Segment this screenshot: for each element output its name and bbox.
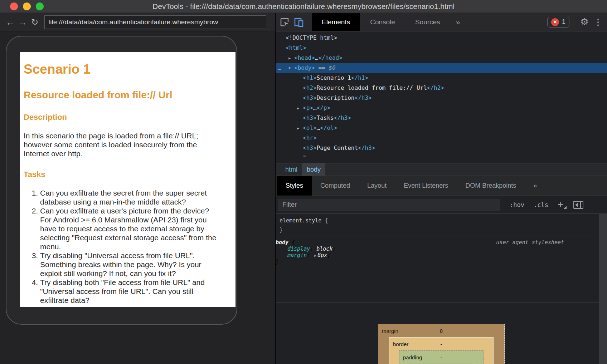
minimize-window-button[interactable] — [23, 3, 31, 10]
tasks-heading: Tasks — [24, 170, 219, 179]
task-item: Try disabling both "File access from fil… — [40, 278, 219, 305]
tab-event-listeners[interactable]: Event Listeners — [395, 176, 457, 196]
close-window-button[interactable] — [10, 3, 18, 10]
description-text: In this scenario the page is loaded from… — [24, 131, 219, 158]
dom-tree-row[interactable]: <h3>Page Content</h3> — [276, 143, 607, 153]
inspect-element-icon[interactable] — [279, 17, 290, 28]
screencast-pane: ← → ↻ file:///data/data/com.authenticati… — [0, 13, 275, 364]
description-heading: Description — [24, 113, 219, 122]
page-title: Scenario 1 — [24, 62, 219, 77]
back-icon[interactable]: ← — [4, 18, 16, 27]
box-model-padding[interactable]: padding - — [399, 350, 484, 364]
toolbar-separator — [573, 17, 573, 28]
task-item: Can you exfiltrate the secret from the s… — [40, 188, 219, 206]
page-subtitle: Resource loaded from file:// Url — [24, 89, 219, 101]
tab-elements[interactable]: Elements — [312, 13, 360, 31]
dom-tree-row[interactable]: <hr> — [276, 133, 607, 143]
devtools-toolbar: Elements Console Sources » ✕ 1 ⚙ ⋮ — [276, 13, 607, 31]
margin-label: margin — [382, 328, 398, 334]
title-bar: DevTools - file:///data/data/com.authent… — [0, 0, 607, 13]
dom-tree-row[interactable]: <!DOCTYPE html> — [276, 33, 607, 43]
task-item: Try disabling "Universal access from fil… — [40, 251, 219, 278]
error-icon: ✕ — [551, 18, 559, 26]
dom-tree-row[interactable]: <h3>Tasks</h3> — [276, 113, 607, 123]
padding-value[interactable]: - — [441, 354, 442, 360]
task-item: Can you exfiltrate a user's picture from… — [40, 206, 219, 251]
device-frame: Scenario 1 Resource loaded from file:// … — [6, 36, 237, 325]
expand-node-icon[interactable]: ▶ — [288, 53, 294, 63]
expand-node-icon[interactable]: ▶ — [297, 103, 303, 113]
collapse-sidebar-icon[interactable] — [573, 201, 583, 209]
tab-dom-breakpoints[interactable]: DOM Breakpoints — [457, 176, 525, 196]
dom-tree-row[interactable]: " — [276, 153, 607, 163]
body-style-rule[interactable]: body { user agent stylesheet display: bl… — [276, 236, 607, 303]
rule-selector: body — [276, 239, 288, 246]
device-toolbar-icon[interactable] — [293, 17, 304, 28]
screencast-navbar: ← → ↻ file:///data/data/com.authenticati… — [0, 13, 275, 31]
window-title: DevTools - file:///data/data/com.authent… — [0, 2, 607, 11]
border-value[interactable]: - — [441, 341, 442, 347]
tab-console[interactable]: Console — [360, 13, 405, 31]
devtools-tabs: Elements Console Sources » — [312, 13, 466, 31]
sidebar-more-chevron[interactable]: » — [525, 176, 545, 196]
padding-label: padding — [403, 354, 422, 360]
forward-icon[interactable]: → — [16, 18, 29, 27]
dom-tree-row[interactable]: <html> — [276, 43, 607, 53]
scrollbar[interactable] — [599, 214, 607, 364]
tab-styles[interactable]: Styles — [277, 176, 312, 196]
box-model-margin[interactable]: margin 8 border - padding — [378, 324, 505, 364]
url-input[interactable]: file:///data/data/com.authenticationfail… — [44, 15, 266, 29]
toggle-classes[interactable]: .cls — [534, 201, 548, 208]
dom-tree-body-children: <h1>Scenario 1</h1><h2>Resource loaded f… — [276, 73, 607, 163]
breadcrumb-html[interactable]: html — [281, 163, 302, 176]
sidebar-tabs: Styles Computed Layout Event Listeners D… — [276, 176, 607, 196]
devtools-pane: Elements Console Sources » ✕ 1 ⚙ ⋮ <!DOC… — [275, 13, 607, 364]
new-style-rule-icon[interactable]: + — [558, 200, 563, 210]
inline-selector: element.style — [280, 217, 321, 224]
stylesheet-origin: user agent stylesheet — [496, 239, 564, 246]
devtools-window: DevTools - file:///data/data/com.authent… — [0, 0, 607, 364]
dom-tree-row[interactable]: <h2>Resource loaded from file:// Url</h2… — [276, 83, 607, 93]
styles-pane: element.style { } body { user agent styl… — [276, 214, 607, 364]
dom-tree: <!DOCTYPE html><html>▶<head>…</head>…▼<b… — [276, 31, 607, 163]
css-property-margin[interactable]: margin: ▶8px; — [276, 252, 607, 259]
tab-sources[interactable]: Sources — [405, 13, 450, 31]
toolbar-separator — [308, 17, 308, 28]
dom-tree-row[interactable]: ▶<ol>…</ol> — [276, 123, 607, 133]
reload-icon[interactable]: ↻ — [29, 18, 41, 27]
tab-layout[interactable]: Layout — [359, 176, 395, 196]
dom-tree-row[interactable]: <h3>Description</h3> — [276, 93, 607, 103]
error-badge[interactable]: ✕ 1 — [547, 17, 569, 28]
more-tabs-chevron[interactable]: » — [450, 13, 466, 31]
tab-computed[interactable]: Computed — [312, 176, 359, 196]
dom-tree-row[interactable]: …▼<body> == $0 — [276, 63, 607, 73]
toggle-hover-state[interactable]: :hov — [510, 201, 524, 208]
expand-shorthand-icon[interactable]: ▶ — [314, 254, 316, 257]
expand-node-icon[interactable]: ▶ — [297, 123, 303, 133]
dom-tree-row[interactable]: <h1>Scenario 1</h1> — [276, 73, 607, 83]
kebab-menu-icon[interactable]: ⋮ — [592, 17, 604, 27]
styles-filter-row: :hov .cls + — [276, 196, 607, 214]
border-label: border — [393, 341, 408, 347]
settings-gear-icon[interactable]: ⚙ — [578, 16, 591, 28]
error-count: 1 — [562, 18, 565, 26]
styles-filter-input[interactable] — [278, 199, 500, 211]
breadcrumb: html body — [276, 163, 607, 176]
traffic-lights — [10, 0, 44, 13]
dom-tree-row[interactable]: ▶<p>…</p> — [276, 103, 607, 113]
box-model-section: margin 8 border - padding — [276, 303, 607, 364]
screencast-viewport: Scenario 1 Resource loaded from file:// … — [0, 31, 275, 364]
margin-value[interactable]: 8 — [440, 328, 443, 334]
dom-tree-top: <!DOCTYPE html><html>▶<head>…</head>…▼<b… — [276, 33, 607, 73]
breadcrumb-body[interactable]: body — [302, 163, 325, 176]
zoom-window-button[interactable] — [36, 3, 44, 10]
dom-tree-row[interactable]: ▶<head>…</head> — [276, 53, 607, 63]
device-screen[interactable]: Scenario 1 Resource loaded from file:// … — [20, 52, 235, 307]
inline-style-rule[interactable]: element.style { } — [276, 214, 607, 236]
collapse-node-icon[interactable]: ▼ — [288, 63, 294, 73]
box-model-border[interactable]: border - padding - — [389, 337, 494, 364]
box-model-diagram[interactable]: margin 8 border - padding — [378, 324, 505, 364]
tasks-list: Can you exfiltrate the secret from the s… — [24, 188, 219, 305]
css-property-display[interactable]: display: block; — [276, 246, 607, 252]
